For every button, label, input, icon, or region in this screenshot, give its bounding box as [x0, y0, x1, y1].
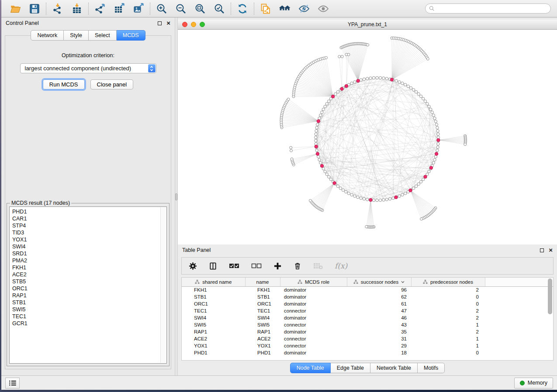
dominator-node[interactable] [317, 120, 320, 123]
ring-node[interactable] [345, 190, 347, 193]
hide-selected-icon[interactable] [298, 3, 310, 15]
mcds-result-item[interactable]: SWI4 [10, 243, 166, 250]
dominator-node[interactable] [429, 166, 432, 169]
close-panel-icon[interactable]: × [166, 21, 170, 25]
column-header-successor-nodes[interactable]: successor nodes [347, 278, 411, 286]
first-neighbors-icon[interactable] [279, 3, 291, 15]
ring-node[interactable] [432, 114, 435, 117]
ring-node[interactable] [339, 187, 342, 189]
close-panel-button[interactable]: Close panel [90, 79, 134, 89]
ring-node[interactable] [353, 81, 356, 83]
ring-node[interactable] [395, 79, 398, 82]
ring-node[interactable] [316, 123, 319, 126]
ring-node[interactable] [360, 79, 362, 81]
satellite-node[interactable] [341, 55, 343, 58]
satellite-node[interactable] [338, 55, 341, 58]
ring-node[interactable] [415, 90, 417, 93]
column-header-MCDS-role[interactable]: MCDS role [280, 278, 347, 286]
table-row[interactable]: ACE2ACE2connector311 [182, 335, 553, 342]
network-graph[interactable] [178, 30, 557, 244]
table-row[interactable]: SWI5SWI5connector431 [182, 321, 553, 328]
refresh-icon[interactable] [236, 3, 249, 15]
ring-node[interactable] [379, 76, 381, 79]
float-table-panel-icon[interactable] [540, 248, 544, 252]
close-table-panel-icon[interactable]: × [549, 248, 553, 252]
export-table-icon[interactable] [113, 3, 125, 15]
ring-node[interactable] [319, 114, 322, 117]
ring-node[interactable] [433, 117, 436, 120]
ring-node[interactable] [419, 95, 422, 97]
ring-node[interactable] [407, 85, 409, 87]
dominator-node[interactable] [320, 164, 323, 167]
ring-node[interactable] [392, 197, 394, 199]
mcds-result-item[interactable]: STB1 [10, 299, 166, 306]
ring-node[interactable] [363, 78, 365, 80]
ring-node[interactable] [412, 89, 415, 91]
ring-node[interactable] [328, 100, 330, 103]
maximize-window-icon[interactable] [200, 22, 205, 27]
ring-node[interactable] [350, 82, 353, 85]
ring-node[interactable] [319, 162, 322, 164]
ring-node[interactable] [436, 146, 439, 148]
ring-node[interactable] [419, 180, 422, 183]
satellite-node[interactable] [464, 143, 467, 146]
table-row[interactable]: PHD1PHD1dominator180 [182, 349, 553, 356]
ring-node[interactable] [329, 178, 332, 181]
export-image-icon[interactable] [132, 3, 145, 15]
ring-node[interactable] [434, 120, 437, 123]
export-network-icon[interactable] [94, 3, 106, 15]
satellite-node[interactable] [291, 158, 293, 160]
ring-node[interactable] [433, 158, 436, 161]
ring-node[interactable] [382, 199, 385, 201]
ring-node[interactable] [432, 162, 435, 164]
panel-splitter[interactable] [175, 17, 178, 375]
ring-node[interactable] [428, 170, 430, 173]
ring-node[interactable] [322, 108, 325, 110]
tab-network-table[interactable]: Network Table [370, 363, 418, 373]
table-row[interactable]: RAP1RAP1dominator352 [182, 328, 553, 335]
ring-node[interactable] [417, 182, 420, 185]
tab-mcds[interactable]: MCDS [117, 30, 145, 41]
ring-node[interactable] [415, 185, 417, 187]
mcds-result-item[interactable]: PHD1 [10, 208, 166, 215]
criterion-select[interactable]: largest connected component (undirected) [20, 63, 156, 73]
satellite-node[interactable] [287, 98, 290, 100]
dominator-node[interactable] [333, 182, 336, 185]
ring-node[interactable] [385, 77, 388, 80]
mcds-result-item[interactable]: STP4 [10, 222, 166, 229]
column-header-name[interactable]: name [245, 278, 280, 286]
mcds-result-item[interactable]: SWI5 [10, 306, 166, 313]
import-network-icon[interactable] [52, 3, 64, 15]
tab-node-table[interactable]: Node Table [290, 363, 331, 373]
close-window-icon[interactable] [182, 22, 187, 27]
ring-node[interactable] [366, 77, 368, 80]
ring-node[interactable] [428, 105, 430, 108]
ring-node[interactable] [422, 97, 424, 100]
ring-node[interactable] [434, 155, 437, 158]
ring-node[interactable] [401, 82, 404, 85]
dominator-node[interactable] [390, 78, 393, 81]
table-scrollbar-thumb[interactable] [548, 279, 552, 314]
mcds-result-item[interactable]: SRD1 [10, 250, 166, 257]
ring-node[interactable] [325, 103, 328, 105]
dominator-node[interactable] [331, 95, 334, 98]
ring-node[interactable] [388, 197, 391, 200]
dominator-node[interactable] [356, 79, 360, 82]
ring-node[interactable] [426, 103, 429, 105]
ring-node[interactable] [437, 143, 439, 145]
import-table-icon[interactable] [71, 3, 83, 15]
ring-node[interactable] [315, 133, 317, 135]
ring-node[interactable] [412, 187, 415, 189]
zoom-in-icon[interactable] [156, 3, 168, 15]
open-file-icon[interactable] [9, 3, 21, 15]
ring-node[interactable] [356, 196, 359, 198]
dominator-node[interactable] [340, 87, 343, 90]
ring-node[interactable] [437, 133, 439, 135]
dominator-node[interactable] [435, 152, 438, 155]
mcds-result-item[interactable]: STB5 [10, 278, 166, 285]
ring-node[interactable] [398, 81, 401, 83]
ring-node[interactable] [404, 83, 407, 86]
add-icon[interactable] [273, 262, 282, 270]
ring-node[interactable] [417, 93, 420, 95]
ring-node[interactable] [360, 197, 362, 199]
